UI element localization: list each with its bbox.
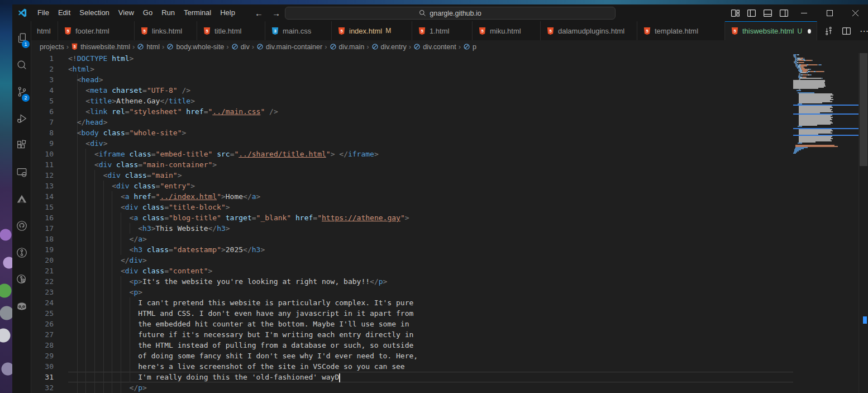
breadcrumb-item-div-content[interactable]: div.content [413, 43, 456, 51]
line-number[interactable]: 32 [31, 382, 54, 393]
tab-1-html[interactable]: 51.html [412, 21, 473, 40]
line-number[interactable]: 14 [31, 191, 54, 202]
activity-explorer-icon[interactable]: 1 [12, 25, 31, 51]
go-forward-button[interactable]: → [272, 8, 280, 18]
breadcrumb-item-html[interactable]: html [137, 43, 160, 51]
tab-miku-html[interactable]: 5miku.html [473, 21, 541, 40]
breadcrumb-item-div-main-container[interactable]: div.main-container [256, 43, 322, 51]
breadcrumb-item-thiswebsite-html[interactable]: 5thiswebsite.html [71, 43, 130, 51]
compare-changes-icon[interactable] [824, 26, 833, 36]
scrollbar-thumb[interactable] [860, 53, 867, 166]
code-line-31[interactable]: 31 I'm really doing this the 'old-fashio… [31, 372, 793, 382]
line-number[interactable]: 7 [31, 117, 54, 127]
line-number[interactable]: 31 [31, 372, 54, 382]
line-number[interactable]: 13 [31, 181, 54, 191]
activity-run-and-debug-icon[interactable] [12, 105, 31, 132]
code-line-18[interactable]: 18 </a> [31, 234, 793, 244]
activity-triangle-a-extension-icon[interactable] [12, 186, 31, 212]
activity-search-icon[interactable] [12, 51, 31, 78]
tab-main-css[interactable]: 3main.css [265, 21, 332, 40]
code-line-28[interactable]: 28 the HTML instead of pulling from a da… [31, 340, 793, 351]
line-number[interactable]: 11 [31, 159, 54, 170]
code-line-20[interactable]: 20 </div> [31, 255, 793, 266]
tab-links-html[interactable]: 5links.html [135, 21, 197, 40]
code-line-14[interactable]: 14 <a href="../index.html">Home</a> [31, 191, 793, 202]
line-number[interactable]: 17 [31, 223, 54, 234]
line-number[interactable]: 2 [31, 64, 54, 74]
code-line-17[interactable]: 17 <h3>This Website</h3> [31, 223, 793, 234]
line-number[interactable]: 12 [31, 170, 54, 181]
code-line-12[interactable]: 12 <div class="main"> [31, 170, 793, 181]
code-line-30[interactable]: 30 here's a live screenshot of the site … [31, 361, 793, 372]
breadcrumb-item-body-whole-site[interactable]: body.whole-site [166, 43, 224, 51]
menu-selection[interactable]: Selection [75, 4, 113, 21]
maximize-button[interactable] [817, 4, 842, 21]
line-number[interactable]: 9 [31, 138, 54, 149]
menu-help[interactable]: Help [216, 4, 240, 21]
line-number[interactable]: 5 [31, 96, 54, 106]
code-line-32[interactable]: 32 </p> [31, 382, 793, 393]
menu-view[interactable]: View [114, 4, 139, 21]
tab-footer-html[interactable]: 5footer.html [58, 21, 135, 40]
editor-scrollbar[interactable] [859, 53, 868, 393]
line-number[interactable]: 30 [31, 361, 54, 372]
code-line-13[interactable]: 13 <div class="entry"> [31, 181, 793, 191]
code-line-16[interactable]: 16 <a class="blog-title" target="_blank"… [31, 212, 793, 223]
toggle-primary-sidebar-icon[interactable] [747, 8, 756, 18]
activity-extensions-icon[interactable] [12, 132, 31, 159]
code-line-3[interactable]: 3 <head> [31, 74, 793, 85]
line-number[interactable]: 29 [31, 351, 54, 361]
line-number[interactable]: 25 [31, 308, 54, 319]
tab-title-html[interactable]: 5title.html [197, 21, 265, 40]
go-back-button[interactable]: ← [255, 8, 263, 18]
line-number[interactable]: 23 [31, 287, 54, 297]
tab-index-html[interactable]: 5index.htmlM [332, 21, 412, 40]
line-number[interactable]: 22 [31, 276, 54, 287]
tab-template-html[interactable]: 5template.html [637, 21, 725, 40]
line-number[interactable]: 19 [31, 244, 54, 255]
activity-source-control-icon[interactable]: 2 [12, 78, 31, 105]
minimize-button[interactable] [791, 4, 817, 21]
line-number[interactable]: 26 [31, 319, 54, 329]
code-line-1[interactable]: 1<!DOCTYPE html> [31, 53, 793, 64]
line-number[interactable]: 28 [31, 340, 54, 351]
breadcrumb-item-projects[interactable]: projects [40, 43, 64, 51]
code-line-9[interactable]: 9 <div> [31, 138, 793, 149]
breadcrumb-item-p[interactable]: p [463, 43, 476, 51]
code-line-22[interactable]: 22 <p>It's the website you're looking at… [31, 276, 793, 287]
menu-terminal[interactable]: Terminal [179, 4, 216, 21]
code-line-25[interactable]: 25 HTML and CSS. I don't even have any j… [31, 308, 793, 319]
split-editor-icon[interactable] [842, 26, 851, 36]
line-number[interactable]: 3 [31, 74, 54, 85]
more-actions-icon[interactable]: ⋯ [860, 26, 868, 36]
activity-godot-tools-icon[interactable] [12, 293, 31, 320]
code-line-19[interactable]: 19 <h3 class="datestamp">2025</h3> [31, 244, 793, 255]
close-button[interactable] [842, 4, 868, 21]
line-number[interactable]: 27 [31, 329, 54, 340]
code-line-10[interactable]: 10 <iframe class="embed-title" src="../s… [31, 149, 793, 159]
code-line-27[interactable]: 27 future if it's necessary but I'm writ… [31, 329, 793, 340]
activity-remote-explorer-icon[interactable] [12, 159, 31, 186]
activity-gitlens-inspect-icon[interactable] [12, 266, 31, 293]
line-number[interactable]: 4 [31, 85, 54, 96]
toggle-secondary-sidebar-icon[interactable] [779, 8, 789, 18]
activity-github-icon[interactable] [12, 212, 31, 239]
breadcrumb-item-div-entry[interactable]: div.entry [371, 43, 407, 51]
line-number[interactable]: 10 [31, 149, 54, 159]
menu-file[interactable]: File [33, 4, 54, 21]
line-number[interactable]: 15 [31, 202, 54, 212]
menu-go[interactable]: Go [139, 4, 157, 21]
code-line-6[interactable]: 6 <link rel="stylesheet" href="../main.c… [31, 106, 793, 117]
tab-dalamudplugins-html[interactable]: 5dalamudplugins.html [541, 21, 637, 40]
unsaved-dot[interactable] [808, 29, 811, 34]
line-number[interactable]: 24 [31, 297, 54, 308]
code-line-11[interactable]: 11 <div class="main-container"> [31, 159, 793, 170]
code-line-29[interactable]: 29 of doing some fancy shit I don't see … [31, 351, 793, 361]
code-line-4[interactable]: 4 <meta charset="UTF-8" /> [31, 85, 793, 96]
code-line-2[interactable]: 2<html> [31, 64, 793, 74]
code-line-26[interactable]: 26 the embedded hit counter at the botto… [31, 319, 793, 329]
customize-layout-icon[interactable] [731, 8, 740, 18]
line-number[interactable]: 21 [31, 266, 54, 276]
tab-html[interactable]: html [31, 21, 58, 40]
code-line-23[interactable]: 23 <p> [31, 287, 793, 297]
